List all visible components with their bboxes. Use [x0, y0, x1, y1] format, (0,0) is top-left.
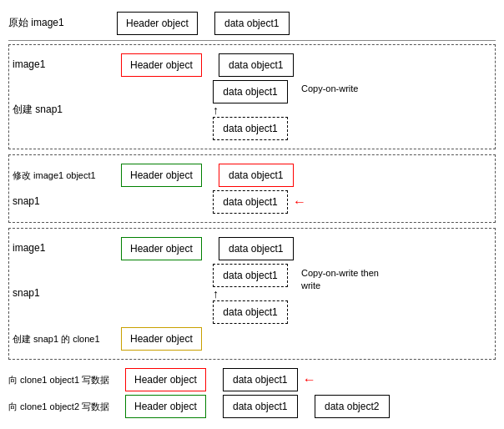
section1: image1 Header object data object1 创建 sna…	[8, 44, 496, 149]
section3: image1 Header object data object1 snap1 …	[8, 228, 496, 360]
snap1-stacked-s1: data object1 ↑ data object1	[213, 80, 288, 140]
write2-data1: data object1	[223, 395, 298, 418]
section4: 向 clone1 object1 写数据 Header object data …	[8, 365, 496, 421]
image1-header-s1: Header object	[121, 53, 202, 77]
section2: 修改 image1 object1 Header object data obj…	[8, 154, 496, 223]
write1-header: Header object	[125, 368, 206, 391]
write2-row: 向 clone1 object2 写数据 Header object data …	[8, 395, 496, 418]
snap1-row-s3: snap1 data object1 ↑ data object1 Copy-o…	[13, 264, 491, 324]
image1-data-s1: data object1	[219, 53, 294, 77]
cow-label-s3: Copy-on-write then write	[301, 267, 385, 293]
original-label: 原始 image1	[8, 17, 117, 30]
snap1-data-s3: data object1	[213, 264, 288, 287]
image1-row-s1: image1 Header object data object1	[13, 53, 491, 77]
up-arrow-s3: ↑	[213, 287, 219, 300]
write2-header: Header object	[125, 395, 206, 418]
arrow-left-s2: ←	[293, 194, 306, 209]
diagram: 原始 image1 Header object data object1 ima…	[8, 8, 496, 429]
write1-row: 向 clone1 object1 写数据 Header object data …	[8, 368, 496, 391]
clone1-row-s3: 创建 snap1 的 clone1 Header object	[13, 327, 491, 351]
clone1-label-s3: 创建 snap1 的 clone1	[13, 333, 121, 345]
write2-data2: data object2	[315, 395, 390, 418]
snap1-data-bottom-s1: data object1	[213, 117, 288, 140]
image1-data-s3: data object1	[219, 237, 294, 260]
snap1-data-top-s1: data object1	[213, 80, 288, 103]
write1-data1: data object1	[223, 368, 298, 391]
snap1-label-s3: snap1	[13, 287, 121, 300]
snap1-data-s2: data object1	[213, 190, 288, 214]
original-data-box: data object1	[214, 12, 290, 35]
snap1-stacked-s3: data object1 ↑ data object1	[213, 264, 288, 324]
snap1-row-s2: snap1 data object1 ←	[13, 190, 491, 214]
image1-header-s3: Header object	[121, 237, 202, 260]
clone1-data-s3: data object1	[213, 300, 288, 324]
image1-label-s1: image1	[13, 58, 121, 72]
original-header-box: Header object	[117, 12, 198, 35]
arrow-left-s4: ←	[303, 372, 316, 387]
modify-header: Header object	[121, 164, 202, 187]
snap1-row-s1: 创建 snap1 data object1 ↑ data object1 Cop…	[13, 80, 491, 140]
modify-data1: data object1	[219, 164, 294, 187]
up-arrow-s1: ↑	[213, 103, 219, 117]
clone1-header-s3: Header object	[121, 327, 202, 351]
image1-label-s3: image1	[13, 242, 121, 255]
original-row: 原始 image1 Header object data object1	[8, 12, 496, 35]
cow-label-s1: Copy-on-write	[301, 83, 358, 93]
image1-row-s3: image1 Header object data object1	[13, 237, 491, 260]
write2-label: 向 clone1 object2 写数据	[8, 401, 125, 412]
modify-row: 修改 image1 object1 Header object data obj…	[13, 164, 491, 187]
modify-label: 修改 image1 object1	[13, 169, 121, 181]
write1-label: 向 clone1 object1 写数据	[8, 374, 125, 386]
snap1-label-s1: 创建 snap1	[13, 103, 121, 117]
snap1-label-s2: snap1	[13, 195, 121, 209]
